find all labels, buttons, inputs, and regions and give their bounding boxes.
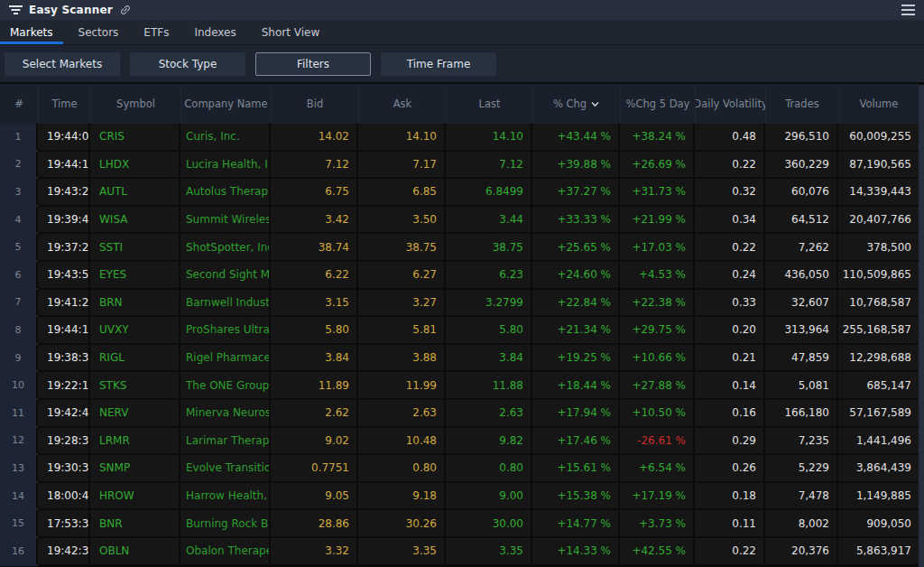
cell-volume: 57,167,589 bbox=[838, 400, 919, 426]
cell-num: 4 bbox=[0, 207, 38, 233]
table-row[interactable]: 119:44:04CRISCuris, Inc.14.0214.1014.10+… bbox=[0, 124, 919, 150]
cell-pct-chg: +17.94 % bbox=[532, 400, 620, 426]
cell-pct-chg: +17.46 % bbox=[532, 428, 620, 454]
cell-symbol: AUTL bbox=[90, 179, 180, 205]
cell-last: 3.35 bbox=[446, 538, 532, 564]
cell-trades: 7,478 bbox=[765, 483, 838, 509]
cell-time: 19:22:14 bbox=[38, 372, 90, 398]
cell-company: Obalon Therape... bbox=[180, 538, 271, 564]
cell-pct-chg-5day: +21.99 % bbox=[620, 207, 695, 233]
cell-company: The ONE Group ... bbox=[180, 372, 271, 398]
col-header-daily-volatility[interactable]: Daily Volatility bbox=[695, 84, 765, 124]
table-row[interactable]: 919:38:33RIGLRigel Pharmace...3.843.883.… bbox=[0, 345, 919, 371]
select-markets-button[interactable]: Select Markets bbox=[5, 52, 120, 76]
cell-ask: 38.75 bbox=[358, 234, 446, 260]
table-row[interactable]: 1119:42:45NERVMinerva Neuros...2.622.632… bbox=[0, 400, 919, 426]
table-row[interactable]: 819:44:12UVXYProShares Ultra...5.805.815… bbox=[0, 317, 919, 343]
scrollbar[interactable] bbox=[919, 85, 924, 567]
col-header-pct-chg-5day[interactable]: %Chg 5 Day bbox=[620, 84, 695, 124]
cell-pct-chg-5day: +26.69 % bbox=[620, 152, 695, 178]
cell-bid: 11.89 bbox=[271, 372, 358, 398]
stock-type-button[interactable]: Stock Type bbox=[130, 52, 245, 76]
col-header-trades[interactable]: Trades bbox=[765, 84, 838, 124]
tab-indexes[interactable]: Indexes bbox=[184, 20, 245, 44]
cell-daily-volatility: 0.14 bbox=[695, 372, 765, 398]
col-header-pct-chg[interactable]: % Chg bbox=[532, 84, 620, 124]
table-row[interactable]: 1019:22:14STKSThe ONE Group ...11.8911.9… bbox=[0, 372, 919, 398]
cell-num: 12 bbox=[0, 428, 38, 454]
cell-bid: 9.05 bbox=[271, 483, 358, 509]
cell-last: 0.80 bbox=[446, 455, 532, 481]
cell-pct-chg: +43.44 % bbox=[532, 124, 620, 150]
cell-company: Second Sight M... bbox=[180, 262, 271, 288]
table-row[interactable]: 1418:00:49HROWHarrow Health, ...9.059.18… bbox=[0, 483, 919, 509]
table-row[interactable]: 619:43:51EYESSecond Sight M...6.226.276.… bbox=[0, 262, 919, 288]
col-header-last[interactable]: Last bbox=[446, 84, 532, 124]
cell-trades: 20,376 bbox=[765, 538, 838, 564]
menu-icon[interactable] bbox=[901, 5, 915, 15]
cell-bid: 3.32 bbox=[271, 538, 358, 564]
table-row[interactable]: 219:44:13LHDXLucira Health, I...7.127.17… bbox=[0, 152, 919, 178]
tab-markets[interactable]: Markets bbox=[0, 20, 63, 44]
col-header-bid[interactable]: Bid bbox=[271, 84, 358, 124]
cell-last: 3.44 bbox=[446, 207, 532, 233]
cell-trades: 32,607 bbox=[765, 290, 838, 316]
cell-symbol: LHDX bbox=[90, 152, 180, 178]
col-header-volume[interactable]: Volume bbox=[838, 84, 919, 124]
table-row[interactable]: 1517:53:39BNRBurning Rock Bi...28.8630.2… bbox=[0, 510, 919, 536]
cell-daily-volatility: 0.21 bbox=[695, 345, 765, 371]
cell-time: 18:00:49 bbox=[38, 483, 90, 509]
cell-num: 8 bbox=[0, 317, 38, 343]
cell-bid: 3.15 bbox=[271, 290, 358, 316]
cell-daily-volatility: 0.48 bbox=[695, 124, 765, 150]
table-row[interactable]: 719:41:25BRNBarnwell Indust...3.153.273.… bbox=[0, 290, 919, 316]
cell-bid: 3.42 bbox=[271, 207, 358, 233]
cell-bid: 6.22 bbox=[271, 262, 358, 288]
tab-sectors[interactable]: Sectors bbox=[69, 20, 129, 44]
tab-etfs[interactable]: ETFs bbox=[134, 20, 179, 44]
col-header-num[interactable]: # bbox=[0, 84, 38, 124]
table-row[interactable]: 419:39:40WISASummit Wireles...3.423.503.… bbox=[0, 207, 919, 233]
cell-symbol: BRN bbox=[90, 290, 180, 316]
cell-daily-volatility: 0.32 bbox=[695, 179, 765, 205]
cell-daily-volatility: 0.22 bbox=[695, 234, 765, 260]
cell-ask: 6.27 bbox=[358, 262, 446, 288]
table-row[interactable]: 319:43:29AUTLAutolus Therap...6.756.856.… bbox=[0, 179, 919, 205]
cell-time: 19:41:25 bbox=[38, 290, 90, 316]
cell-trades: 64,512 bbox=[765, 207, 838, 233]
table-row[interactable]: 1319:30:38SNMPEvolve Transitio...0.77510… bbox=[0, 455, 919, 481]
tab-short-view[interactable]: Short View bbox=[252, 20, 330, 44]
cell-trades: 360,229 bbox=[765, 152, 838, 178]
cell-ask: 3.35 bbox=[358, 538, 446, 564]
cell-last: 3.84 bbox=[446, 345, 532, 371]
scanner-table: # Time Symbol Company Name Bid Ask Last … bbox=[0, 84, 919, 566]
cell-volume: 255,168,587 bbox=[838, 317, 919, 343]
time-frame-button[interactable]: Time Frame bbox=[381, 52, 496, 76]
cell-pct-chg: +24.60 % bbox=[532, 262, 620, 288]
cell-company: Harrow Health, ... bbox=[180, 483, 271, 509]
cell-bid: 28.86 bbox=[271, 510, 358, 536]
cell-daily-volatility: 0.22 bbox=[695, 538, 765, 564]
filters-button[interactable]: Filters bbox=[255, 52, 371, 76]
table-row[interactable]: 519:37:28SSTIShotSpotter, Inc.38.7438.75… bbox=[0, 234, 919, 260]
cell-pct-chg: +39.88 % bbox=[532, 152, 620, 178]
cell-last: 2.63 bbox=[446, 400, 532, 426]
cell-time: 19:42:30 bbox=[38, 538, 90, 564]
cell-pct-chg: +21.34 % bbox=[532, 317, 620, 343]
cell-time: 19:39:40 bbox=[38, 207, 90, 233]
col-header-time[interactable]: Time bbox=[38, 84, 90, 124]
col-header-ask[interactable]: Ask bbox=[358, 84, 446, 124]
cell-time: 19:28:34 bbox=[38, 428, 90, 454]
table-row[interactable]: 1619:42:30OBLNObalon Therape...3.323.353… bbox=[0, 538, 919, 564]
cell-bid: 3.84 bbox=[271, 345, 358, 371]
cell-last: 6.8499 bbox=[446, 179, 532, 205]
cell-symbol: UVXY bbox=[90, 317, 180, 343]
link-icon[interactable] bbox=[116, 1, 134, 19]
cell-pct-chg-5day: +42.55 % bbox=[620, 538, 695, 564]
cell-trades: 7,262 bbox=[765, 234, 838, 260]
col-header-symbol[interactable]: Symbol bbox=[90, 84, 180, 124]
cell-pct-chg-5day: +6.54 % bbox=[620, 455, 695, 481]
cell-pct-chg-5day: +10.50 % bbox=[620, 400, 695, 426]
col-header-company-name[interactable]: Company Name bbox=[180, 84, 271, 124]
table-row[interactable]: 1219:28:34LRMRLarimar Therap...9.0210.48… bbox=[0, 428, 919, 454]
